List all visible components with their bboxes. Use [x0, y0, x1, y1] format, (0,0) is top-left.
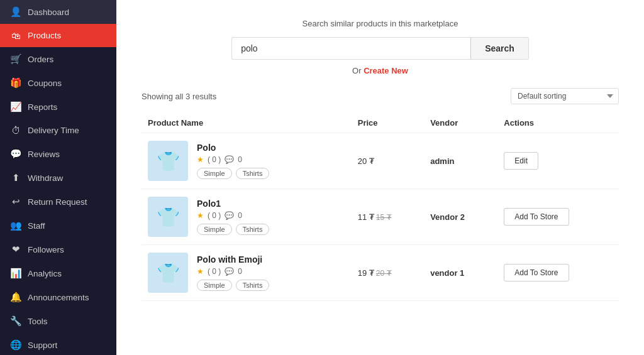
sidebar-item-products[interactable]: 🛍 Products [0, 24, 116, 47]
product-info: Polo with Emoji ★ ( 0 ) 💬 0 SimpleTshirt… [197, 254, 269, 291]
product-tag: Tshirts [236, 224, 270, 235]
sidebar-tools-label: Tools [28, 317, 106, 326]
create-prefix: Or [352, 66, 361, 75]
product-comments: 0 [238, 211, 242, 220]
comment-icon: 💬 [225, 211, 234, 220]
product-rating: ( 0 ) [208, 155, 221, 164]
product-vendor-cell: Vendor 2 [424, 189, 497, 245]
product-tags: SimpleTshirts [197, 280, 269, 291]
add-to-store-button[interactable]: Add To Store [504, 208, 569, 226]
sidebar-reports-icon: 📈 [10, 101, 21, 112]
sidebar-item-reviews[interactable]: 💬 Reviews [0, 142, 116, 166]
sidebar: 👤 Dashboard 🛍 Products 🛒 Orders 🎁 Coupon… [0, 0, 116, 355]
product-price-cell: 20 ₮ [352, 133, 424, 189]
product-tag: Simple [197, 168, 232, 179]
product-tag: Tshirts [236, 168, 270, 179]
product-comments: 0 [238, 155, 242, 164]
product-cell: 👕 Polo1 ★ ( 0 ) 💬 0 SimpleTshirts [148, 197, 345, 237]
sidebar-item-announcements[interactable]: 🔔 Announcements [0, 285, 116, 309]
sidebar-analytics-label: Analytics [28, 269, 106, 278]
product-meta: ★ ( 0 ) 💬 0 [197, 267, 269, 276]
product-meta: ★ ( 0 ) 💬 0 [197, 155, 269, 164]
sidebar-announcements-icon: 🔔 [10, 292, 21, 303]
search-title: Search similar products in this marketpl… [142, 19, 619, 28]
products-table: Product NamePriceVendorActions 👕 Polo ★ … [142, 113, 619, 301]
table-row: 👕 Polo1 ★ ( 0 ) 💬 0 SimpleTshirts 11 ₮15… [142, 189, 619, 245]
sidebar-orders-icon: 🛒 [10, 53, 21, 65]
product-price: 19 ₮ [358, 268, 374, 278]
product-name-cell: 👕 Polo with Emoji ★ ( 0 ) 💬 0 SimpleTshi… [142, 245, 352, 301]
sidebar-followers-icon: ❤ [10, 244, 21, 255]
comment-icon: 💬 [225, 267, 234, 276]
product-tags: SimpleTshirts [197, 224, 269, 235]
sidebar-products-label: Products [28, 31, 106, 40]
product-name-cell: 👕 Polo1 ★ ( 0 ) 💬 0 SimpleTshirts [142, 189, 352, 245]
product-info: Polo1 ★ ( 0 ) 💬 0 SimpleTshirts [197, 199, 269, 235]
product-image: 👕 [148, 141, 188, 181]
product-action-cell: Add To Store [497, 245, 619, 301]
product-vendor-cell: admin [424, 133, 497, 189]
table-row: 👕 Polo with Emoji ★ ( 0 ) 💬 0 SimpleTshi… [142, 245, 619, 301]
sidebar-item-followers[interactable]: ❤ Followers [0, 238, 116, 261]
product-meta: ★ ( 0 ) 💬 0 [197, 211, 269, 220]
sidebar-item-support[interactable]: 🌐 Support [0, 333, 116, 355]
product-title: Polo1 [197, 199, 269, 209]
search-input[interactable] [231, 37, 470, 60]
sidebar-item-analytics[interactable]: 📊 Analytics [0, 261, 116, 285]
product-rating: ( 0 ) [208, 211, 221, 220]
sort-select[interactable]: Default sortingSort by popularitySort by… [511, 88, 619, 104]
sidebar-return-request-label: Return Request [28, 197, 106, 207]
sidebar-withdraw-icon: ⬆ [10, 172, 21, 183]
sidebar-withdraw-label: Withdraw [28, 173, 106, 183]
sidebar-item-tools[interactable]: 🔧 Tools [0, 309, 116, 333]
edit-button[interactable]: Edit [504, 152, 538, 170]
star-icon: ★ [197, 155, 204, 164]
search-bar: Search [142, 37, 619, 60]
table-header-vendor: Vendor [424, 113, 497, 133]
table-header-product-name: Product Name [142, 113, 352, 133]
table-row: 👕 Polo ★ ( 0 ) 💬 0 SimpleTshirts 20 ₮adm… [142, 133, 619, 189]
sidebar-support-label: Support [28, 341, 106, 350]
sidebar-analytics-icon: 📊 [10, 268, 21, 279]
sidebar-item-delivery-time[interactable]: ⏱ Delivery Time [0, 119, 116, 142]
sidebar-reports-label: Reports [28, 102, 106, 112]
product-title: Polo [197, 143, 269, 153]
add-to-store-button[interactable]: Add To Store [504, 264, 569, 281]
product-tag: Simple [197, 224, 232, 235]
product-tag: Simple [197, 280, 232, 291]
create-new-section: Or Create New [142, 66, 619, 75]
sidebar-item-withdraw[interactable]: ⬆ Withdraw [0, 166, 116, 190]
sidebar-item-reports[interactable]: 📈 Reports [0, 95, 116, 119]
sidebar-staff-icon: 👥 [10, 220, 21, 231]
product-image: 👕 [148, 253, 188, 293]
results-header: Showing all 3 results Default sortingSor… [142, 88, 619, 104]
star-icon: ★ [197, 267, 204, 276]
sidebar-item-orders[interactable]: 🛒 Orders [0, 47, 116, 71]
product-price-original: 15 ₮ [376, 213, 392, 222]
sidebar-orders-label: Orders [28, 55, 106, 64]
product-info: Polo ★ ( 0 ) 💬 0 SimpleTshirts [197, 143, 269, 179]
star-icon: ★ [197, 211, 204, 220]
sidebar-item-return-request[interactable]: ↩ Return Request [0, 190, 116, 214]
product-action-cell: Edit [497, 133, 619, 189]
product-name-cell: 👕 Polo ★ ( 0 ) 💬 0 SimpleTshirts [142, 133, 352, 189]
product-comments: 0 [238, 267, 242, 276]
sidebar-delivery-time-label: Delivery Time [28, 126, 106, 135]
sidebar-reviews-icon: 💬 [10, 148, 21, 160]
sidebar-tools-icon: 🔧 [10, 315, 21, 327]
product-image: 👕 [148, 197, 188, 237]
create-new-link[interactable]: Create New [364, 66, 408, 75]
search-button[interactable]: Search [470, 37, 529, 60]
product-rating: ( 0 ) [208, 267, 221, 276]
sidebar-item-dashboard[interactable]: 👤 Dashboard [0, 0, 116, 24]
search-section: Search similar products in this marketpl… [142, 19, 619, 75]
sidebar-item-staff[interactable]: 👥 Staff [0, 214, 116, 238]
product-price-original: 20 ₮ [376, 269, 392, 278]
sidebar-delivery-time-icon: ⏱ [10, 125, 21, 136]
sidebar-item-coupons[interactable]: 🎁 Coupons [0, 71, 116, 95]
sidebar-followers-label: Followers [28, 245, 106, 254]
product-price: 11 ₮ [358, 212, 374, 222]
product-title: Polo with Emoji [197, 254, 269, 265]
product-price-cell: 19 ₮20 ₮ [352, 245, 424, 301]
main-content: Search similar products in this marketpl… [116, 0, 644, 355]
